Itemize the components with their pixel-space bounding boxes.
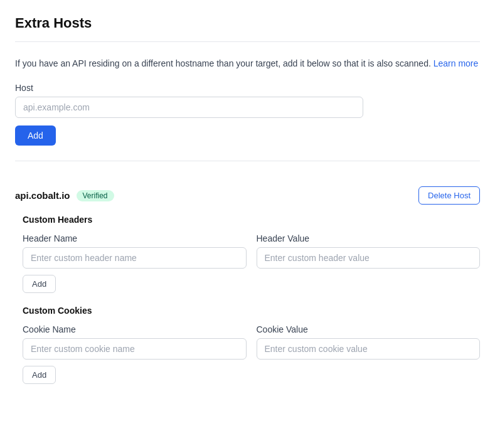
add-header-button[interactable]: Add	[23, 275, 56, 293]
header-name-label: Header Name	[23, 233, 247, 243]
header-name-input[interactable]	[23, 247, 247, 269]
cookie-name-input[interactable]	[23, 338, 247, 360]
cookie-name-label: Cookie Name	[23, 324, 247, 334]
add-cookie-button[interactable]: Add	[23, 366, 56, 384]
header-value-input[interactable]	[257, 247, 481, 269]
custom-headers-section: Custom Headers Header Name Header Value …	[23, 215, 480, 293]
page-title: Extra Hosts	[15, 15, 480, 31]
host-entry: api.cobalt.io Verified Delete Host Custo…	[15, 176, 480, 407]
section-divider	[15, 161, 480, 161]
custom-headers-title: Custom Headers	[23, 215, 480, 225]
host-header: api.cobalt.io Verified Delete Host	[15, 186, 480, 205]
cookie-value-group: Cookie Value	[257, 324, 481, 360]
header-value-label: Header Value	[257, 233, 481, 243]
custom-cookies-title: Custom Cookies	[23, 306, 480, 316]
custom-cookies-section: Custom Cookies Cookie Name Cookie Value …	[23, 306, 480, 384]
cookie-name-group: Cookie Name	[23, 324, 247, 360]
cookie-fields-row: Cookie Name Cookie Value	[23, 324, 480, 360]
host-input[interactable]	[15, 97, 363, 118]
host-field-label: Host	[15, 83, 480, 93]
description-text: If you have an API residing on a differe…	[15, 57, 480, 70]
header-name-group: Header Name	[23, 233, 247, 269]
header-value-group: Header Value	[257, 233, 481, 269]
verified-badge: Verified	[77, 190, 114, 201]
cookie-value-input[interactable]	[257, 338, 481, 360]
add-host-button[interactable]: Add	[15, 125, 56, 146]
delete-host-button[interactable]: Delete Host	[418, 186, 480, 205]
header-fields-row: Header Name Header Value	[23, 233, 480, 269]
learn-more-link[interactable]: Learn more	[434, 58, 479, 68]
host-name: api.cobalt.io	[15, 190, 70, 201]
cookie-value-label: Cookie Value	[257, 324, 481, 334]
page-container: Extra Hosts If you have an API residing …	[0, 0, 495, 422]
host-info: api.cobalt.io Verified	[15, 190, 114, 201]
header-divider	[15, 41, 480, 42]
